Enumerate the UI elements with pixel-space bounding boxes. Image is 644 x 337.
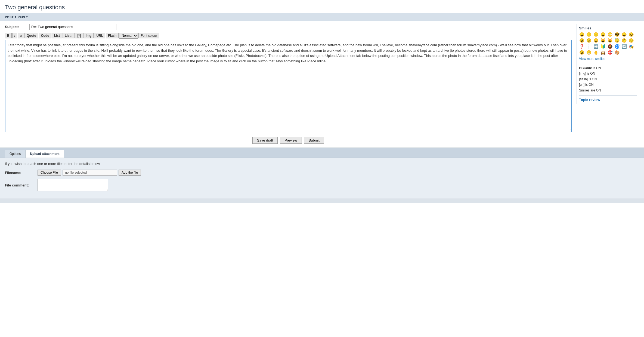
bottom-section: Options Upload attachment If you wish to… — [0, 148, 644, 203]
smilies-grid: 😀 😕 😑 😮 😳 😎 😄 😒 😣 😯 😊 😺 😸 😇 🙃 😔 — [579, 32, 637, 55]
bbcode-status: BBCode is ON — [579, 65, 637, 71]
editor-section: Subject: B i u Quote Code List List= [*]… — [5, 24, 572, 148]
smiley[interactable]: 😸 — [607, 38, 613, 43]
smiley[interactable]: 🎭 — [628, 44, 634, 49]
file-input-wrapper: Choose File no file selected Add the fil… — [38, 170, 141, 176]
smiley[interactable]: 😎 — [614, 32, 620, 37]
flash-button[interactable]: Flash — [106, 33, 119, 38]
smiley[interactable]: 🌀 — [614, 44, 620, 49]
smiley[interactable]: 🔰 — [600, 44, 606, 49]
topic-review-link[interactable]: Topic review — [579, 95, 637, 102]
smilies-status: Smilies are ON — [579, 88, 637, 93]
smiley[interactable]: 🎨 — [614, 50, 620, 55]
smiley[interactable]: 😒 — [628, 32, 634, 37]
preview-button[interactable]: Preview — [280, 137, 302, 144]
tab-content-upload: If you wish to attach one or more files … — [0, 158, 644, 198]
bold-button[interactable]: B — [5, 33, 12, 38]
smiley[interactable]: 😣 — [579, 38, 584, 43]
tabs-row: Options Upload attachment — [0, 148, 644, 158]
smiley[interactable]: 😬 — [586, 50, 592, 55]
filename-label: Filename: — [5, 171, 38, 175]
bbcode-info: BBCode is ON [img] is ON [flash] is ON [… — [579, 63, 637, 93]
save-draft-button[interactable]: Save draft — [252, 137, 278, 144]
smiley[interactable]: 😊 — [593, 38, 599, 43]
smiley[interactable]: ❕ — [586, 44, 592, 49]
smiley[interactable]: ❓ — [579, 44, 584, 49]
asterisk-button[interactable]: [*] — [75, 33, 83, 38]
smiley[interactable]: 🙃 — [621, 38, 627, 43]
smiley[interactable]: 😑 — [593, 32, 599, 37]
smiley[interactable]: 😀 — [579, 32, 584, 37]
choose-file-button[interactable]: Choose File — [38, 170, 61, 176]
smiley[interactable]: 😳 — [607, 32, 613, 37]
subject-row: Subject: — [5, 24, 572, 30]
file-comment-row: File comment: — [5, 179, 639, 191]
file-comment-input[interactable] — [38, 179, 108, 191]
post-reply-bar: POST A REPLY — [0, 13, 644, 21]
editor-toolbar: B i u Quote Code List List= [*] Img URL … — [5, 33, 572, 39]
smiley[interactable]: 😕 — [586, 32, 592, 37]
smiley[interactable]: 😟 — [579, 50, 584, 55]
smiley[interactable]: 😺 — [600, 38, 606, 43]
smiley[interactable]: 🔄 — [621, 44, 627, 49]
sidebar: Smilies 😀 😕 😑 😮 😳 😎 😄 😒 😣 😯 😊 😺 😸 😇 — [577, 24, 639, 148]
page-title: Two general questions — [0, 0, 644, 13]
attach-description: If you wish to attach one or more files … — [5, 162, 639, 166]
editor-textarea[interactable] — [5, 40, 572, 132]
filename-row: Filename: Choose File no file selected A… — [5, 170, 639, 176]
smiley[interactable]: 😔 — [628, 38, 634, 43]
italic-button[interactable]: i — [12, 33, 17, 38]
font-size-select[interactable]: Normal Small Large Huge — [119, 33, 138, 39]
post-reply-label: POST A REPLY — [5, 16, 28, 19]
smiley[interactable]: 🕰️ — [600, 50, 606, 55]
smilies-title: Smilies — [579, 26, 637, 30]
action-row: Save draft Preview Submit — [5, 133, 572, 148]
smilies-box: Smilies 😀 😕 😑 😮 😳 😎 😄 😒 😣 😯 😊 😺 😸 😇 — [577, 24, 639, 104]
flash-status: [flash] is ON — [579, 76, 637, 82]
code-button[interactable]: Code — [39, 33, 51, 38]
font-colour-button[interactable]: Font colour — [138, 33, 159, 38]
underline-button[interactable]: u — [18, 33, 24, 38]
smiley[interactable]: 😄 — [621, 32, 627, 37]
file-comment-label: File comment: — [5, 183, 38, 187]
smiley[interactable]: 🎯 — [607, 50, 613, 55]
url-status: [url] is ON — [579, 82, 637, 87]
smiley[interactable]: ➡️ — [593, 44, 599, 49]
no-file-text: no file selected — [63, 170, 117, 176]
list-eq-button[interactable]: List= — [63, 33, 75, 38]
smiley[interactable]: 🔕 — [607, 44, 613, 49]
subject-label: Subject: — [5, 25, 29, 29]
list-button[interactable]: List — [52, 33, 62, 38]
smiley[interactable]: 🤚 — [593, 50, 599, 55]
tab-upload-attachment[interactable]: Upload attachment — [25, 150, 64, 158]
smiley[interactable]: 😯 — [586, 38, 592, 43]
view-more-smilies-link[interactable]: View more smilies — [579, 57, 637, 61]
submit-button[interactable]: Submit — [304, 137, 324, 144]
add-file-button[interactable]: Add the file — [119, 170, 141, 176]
img-status: [img] is ON — [579, 71, 637, 76]
img-button[interactable]: Img — [83, 33, 94, 38]
smiley[interactable]: 😮 — [600, 32, 606, 37]
subject-input[interactable] — [29, 24, 116, 30]
tab-options[interactable]: Options — [5, 150, 25, 158]
quote-button[interactable]: Quote — [24, 33, 38, 38]
url-button[interactable]: URL — [94, 33, 105, 38]
smiley[interactable]: 😇 — [614, 38, 620, 43]
